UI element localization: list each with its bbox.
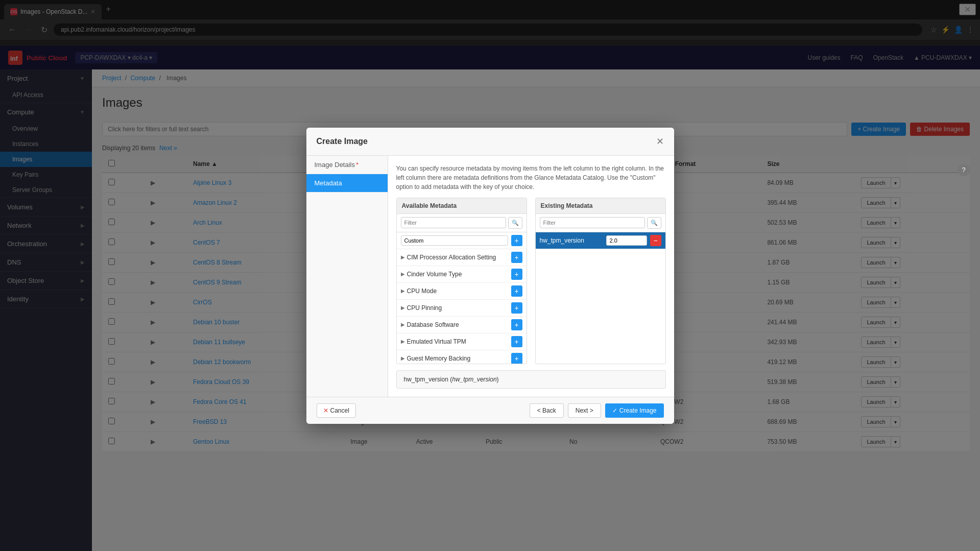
existing-metadata-value-input[interactable] xyxy=(606,235,647,246)
create-label: Create Image xyxy=(619,407,657,414)
metadata-item-cim-label: CIM Processor Allocation Setting xyxy=(407,254,508,261)
metadata-item-database[interactable]: ▶ Database Software + xyxy=(397,317,527,333)
cancel-icon: ✕ xyxy=(323,407,328,414)
info-box-key-internal: hw_tpm_version xyxy=(452,376,496,383)
create-image-modal-button[interactable]: ✓ Create Image xyxy=(605,403,664,418)
modal-footer: ✕ Cancel < Back Next > ✓ Create Image xyxy=(306,397,674,424)
modal-sidebar: Image Details* Metadata xyxy=(306,156,388,397)
info-box-key-paren-close: ) xyxy=(497,376,499,383)
existing-metadata-filter-input[interactable] xyxy=(540,217,645,228)
metadata-item-cinder[interactable]: ▶ Cinder Volume Type + xyxy=(397,266,527,283)
modal-footer-right: < Back Next > ✓ Create Image xyxy=(530,403,664,418)
existing-metadata-filter: 🔍 xyxy=(536,214,665,232)
existing-metadata-key: hw_tpm_version xyxy=(540,237,606,244)
metadata-item-chevron: ▶ xyxy=(401,254,405,260)
modal-sidebar-item-image-details[interactable]: Image Details* xyxy=(306,156,388,174)
existing-metadata-item[interactable]: hw_tpm_version − xyxy=(536,232,665,249)
metadata-item-guest-memory[interactable]: ▶ Guest Memory Backing + xyxy=(397,350,527,364)
metadata-item-cim[interactable]: ▶ CIM Processor Allocation Setting + xyxy=(397,249,527,266)
metadata-item-cpu-pinning-add-button[interactable]: + xyxy=(511,302,522,314)
metadata-item-database-add-button[interactable]: + xyxy=(511,319,522,330)
modal-body: Image Details* Metadata ? You can specif… xyxy=(306,156,674,397)
metadata-item-cpu-pinning-label: CPU Pinning xyxy=(407,304,508,312)
available-metadata-filter-input[interactable] xyxy=(401,217,506,228)
existing-metadata-col: Existing Metadata 🔍 hw_tpm_version − xyxy=(535,198,666,364)
modal-sidebar-image-details-label: Image Details xyxy=(315,161,355,169)
modal-header: Create Image ✕ xyxy=(306,128,674,156)
existing-metadata-list: hw_tpm_version − xyxy=(536,232,665,364)
metadata-item-cim-add-button[interactable]: + xyxy=(511,252,522,263)
available-metadata-filter: 🔍 xyxy=(397,214,527,232)
metadata-item-database-label: Database Software xyxy=(407,321,508,328)
custom-metadata-row: + xyxy=(397,232,527,249)
metadata-item-cpu-mode[interactable]: ▶ CPU Mode + xyxy=(397,283,527,300)
create-image-modal: Create Image ✕ Image Details* Metadata ?… xyxy=(306,128,674,424)
cancel-label: Cancel xyxy=(330,407,349,414)
metadata-item-guest-memory-add-button[interactable]: + xyxy=(511,353,522,364)
cancel-button[interactable]: ✕ Cancel xyxy=(317,403,356,418)
modal-sidebar-item-metadata[interactable]: Metadata xyxy=(306,174,388,193)
metadata-item-guest-memory-label: Guest Memory Backing xyxy=(407,355,508,362)
metadata-item-cpu-pinning[interactable]: ▶ CPU Pinning + xyxy=(397,300,527,317)
available-metadata-filter-button[interactable]: 🔍 xyxy=(508,217,522,229)
metadata-item-emulated-add-button[interactable]: + xyxy=(511,336,522,347)
custom-add-button[interactable]: + xyxy=(511,235,522,246)
metadata-item-chevron: ▶ xyxy=(401,288,405,294)
existing-metadata-header: Existing Metadata xyxy=(536,198,665,214)
available-metadata-list: + ▶ CIM Processor Allocation Setting + ▶… xyxy=(397,232,527,364)
metadata-item-chevron: ▶ xyxy=(401,271,405,277)
available-metadata-header: Available Metadata xyxy=(397,198,527,214)
modal-sidebar-metadata-label: Metadata xyxy=(315,179,342,187)
metadata-item-chevron: ▶ xyxy=(401,355,405,361)
metadata-item-chevron: ▶ xyxy=(401,322,405,327)
existing-metadata-remove-button[interactable]: − xyxy=(650,235,661,246)
modal-overlay: Create Image ✕ Image Details* Metadata ?… xyxy=(0,0,980,551)
info-box-key: hw_tpm_version xyxy=(404,376,448,383)
metadata-item-emulated-label: Emulated Virtual TPM xyxy=(407,338,508,345)
modal-close-button[interactable]: ✕ xyxy=(656,136,664,147)
metadata-item-cinder-add-button[interactable]: + xyxy=(511,269,522,280)
metadata-item-cinder-label: Cinder Volume Type xyxy=(407,271,508,278)
back-button[interactable]: < Back xyxy=(530,403,564,418)
custom-metadata-input[interactable] xyxy=(401,235,508,246)
metadata-item-cpu-mode-label: CPU Mode xyxy=(407,288,508,295)
metadata-item-chevron: ▶ xyxy=(401,305,405,310)
modal-columns: Available Metadata 🔍 + xyxy=(396,198,666,364)
metadata-item-chevron: ▶ xyxy=(401,339,405,344)
metadata-item-emulated[interactable]: ▶ Emulated Virtual TPM + xyxy=(397,333,527,350)
modal-title: Create Image xyxy=(317,137,368,146)
modal-description: You can specify resource metadata by mov… xyxy=(396,164,666,191)
metadata-item-cpu-mode-add-button[interactable]: + xyxy=(511,285,522,297)
available-metadata-col: Available Metadata 🔍 + xyxy=(396,198,527,364)
modal-main-content: ? You can specify resource metadata by m… xyxy=(388,156,674,397)
metadata-info-box: hw_tpm_version (hw_tpm_version) xyxy=(396,370,666,389)
create-checkmark-icon: ✓ xyxy=(612,407,617,414)
required-indicator: * xyxy=(356,161,358,169)
next-button[interactable]: Next > xyxy=(568,403,601,418)
existing-metadata-filter-button[interactable]: 🔍 xyxy=(647,217,661,229)
